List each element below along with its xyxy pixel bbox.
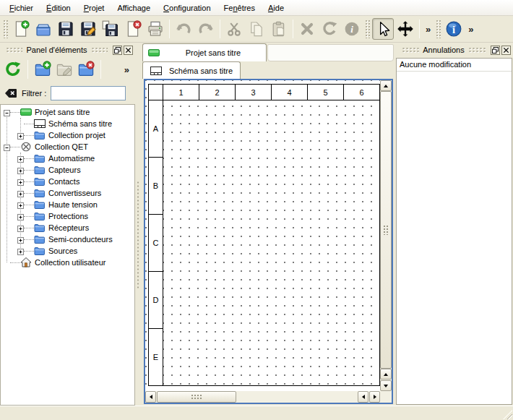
project-icon bbox=[20, 106, 32, 118]
paste-button[interactable] bbox=[268, 18, 290, 40]
vertical-scroll-thumb[interactable] bbox=[380, 91, 392, 369]
resize-grip[interactable] bbox=[503, 410, 512, 419]
copy-button[interactable] bbox=[246, 18, 267, 40]
save-all-button[interactable] bbox=[100, 18, 121, 40]
expand-plus-icon[interactable] bbox=[17, 213, 24, 220]
dock-drag-handle[interactable] bbox=[6, 47, 22, 53]
tree-item-sources[interactable]: Sources bbox=[1, 245, 134, 257]
new-document-button[interactable] bbox=[10, 18, 32, 40]
scroll-down-button[interactable] bbox=[380, 380, 392, 391]
tree-item-semi-conducteurs[interactable]: Semi-conducteurs bbox=[1, 233, 134, 245]
rotate-icon bbox=[321, 20, 338, 38]
undo-dock-titlebar[interactable]: Annulations bbox=[396, 43, 513, 56]
delete-button[interactable] bbox=[296, 18, 318, 40]
dock-drag-handle[interactable] bbox=[402, 47, 419, 53]
expand-plus-icon[interactable] bbox=[17, 167, 24, 173]
toolbar-handle[interactable] bbox=[3, 20, 8, 38]
workspace: Panel d'éléments » Filtrer : Projet sans… bbox=[0, 43, 513, 406]
tree-item-label: Récepteurs bbox=[48, 223, 89, 232]
expand-plus-icon[interactable] bbox=[17, 155, 24, 162]
menu-projet[interactable]: Projet bbox=[77, 0, 111, 15]
expand-plus-icon[interactable] bbox=[17, 179, 24, 185]
rotate-button[interactable] bbox=[319, 18, 340, 40]
scroll-up-button-2[interactable] bbox=[380, 369, 392, 380]
tab-schema-sans-titre[interactable]: Schéma sans titre bbox=[142, 61, 241, 79]
dock-drag-handle[interactable] bbox=[468, 47, 486, 53]
drawing-area[interactable] bbox=[163, 100, 380, 386]
tree-item-contacts[interactable]: Contacts bbox=[1, 176, 134, 187]
thumb-grip-icon bbox=[191, 394, 202, 400]
tree-item-label: Semi-conducteurs bbox=[48, 235, 113, 244]
save-as-button[interactable] bbox=[77, 18, 99, 40]
tree-item-collection-qet[interactable]: Collection QET bbox=[1, 141, 134, 153]
print-button[interactable] bbox=[145, 18, 166, 40]
toolbar-overflow-button[interactable]: » bbox=[121, 64, 132, 75]
expand-plus-icon[interactable] bbox=[17, 248, 24, 254]
panel-splitter[interactable] bbox=[135, 43, 141, 406]
expand-plus-icon[interactable] bbox=[17, 236, 24, 243]
object-info-button[interactable]: i bbox=[341, 18, 363, 40]
select-arrow-icon bbox=[374, 20, 392, 38]
collapse-minus-icon[interactable] bbox=[4, 144, 10, 150]
clear-filter-button[interactable] bbox=[4, 87, 17, 100]
float-button[interactable] bbox=[491, 46, 500, 55]
scroll-up-button[interactable] bbox=[380, 80, 392, 91]
horizontal-scroll-thumb[interactable] bbox=[157, 391, 236, 403]
about-info-button[interactable]: i bbox=[443, 18, 465, 40]
tree-item-schema-sans-titre[interactable]: Schéma sans titre bbox=[1, 118, 134, 129]
expand-plus-icon[interactable] bbox=[17, 225, 24, 231]
new-category-button[interactable] bbox=[33, 59, 53, 80]
cut-button[interactable] bbox=[223, 18, 245, 40]
menu-edition[interactable]: Édition bbox=[40, 0, 77, 15]
close-file-button[interactable] bbox=[122, 18, 144, 40]
delete-category-button[interactable] bbox=[76, 59, 96, 80]
expand-plus-icon[interactable] bbox=[17, 190, 24, 197]
menu-fenetres[interactable]: Fenêtres bbox=[217, 0, 262, 15]
expand-plus-icon[interactable] bbox=[17, 202, 24, 208]
dock-drag-handle[interactable] bbox=[91, 47, 108, 53]
select-arrow-button[interactable] bbox=[372, 18, 394, 40]
tree-item-protections[interactable]: Protections bbox=[1, 210, 134, 222]
menu-aide[interactable]: Aide bbox=[262, 0, 290, 15]
menu-configuration[interactable]: Configuration bbox=[157, 0, 217, 15]
reload-collections-button[interactable] bbox=[3, 59, 23, 80]
menu-affichage[interactable]: Affichage bbox=[111, 0, 157, 15]
tree-item-collection-utilisateur[interactable]: Collection utilisateur bbox=[1, 257, 134, 268]
collapse-minus-icon[interactable] bbox=[4, 109, 10, 116]
diagram-canvas[interactable]: 123456ABCDE bbox=[145, 80, 380, 391]
open-folder-button[interactable] bbox=[33, 18, 54, 40]
toolbar-handle[interactable] bbox=[436, 20, 441, 38]
folder-icon bbox=[34, 129, 46, 141]
close-button[interactable] bbox=[501, 46, 511, 55]
expand-plus-icon[interactable] bbox=[17, 132, 24, 139]
tree-item-capteurs[interactable]: Capteurs bbox=[1, 164, 134, 176]
menu-fichier[interactable]: Fichier bbox=[3, 0, 40, 15]
elements-panel-dock: Panel d'éléments » Filtrer : Projet sans… bbox=[0, 43, 135, 406]
tab-project-sans-titre[interactable]: Projet sans titre bbox=[142, 43, 267, 61]
scroll-left-button[interactable] bbox=[145, 391, 156, 403]
scroll-right-button[interactable] bbox=[369, 391, 380, 403]
edit-category-button[interactable] bbox=[54, 59, 74, 80]
tree-item-convertisseurs[interactable]: Convertisseurs bbox=[1, 187, 134, 199]
toolbar-handle[interactable] bbox=[365, 20, 370, 38]
redo-button[interactable] bbox=[195, 18, 217, 40]
tree-item-recepteurs[interactable]: Récepteurs bbox=[1, 222, 134, 233]
toolbar-overflow-button[interactable]: » bbox=[465, 24, 476, 35]
scroll-left-button-2[interactable] bbox=[358, 391, 368, 403]
close-button[interactable] bbox=[124, 46, 133, 55]
save-button[interactable] bbox=[55, 18, 77, 40]
tree-item-collection-projet[interactable]: Collection projet bbox=[1, 129, 134, 141]
float-button[interactable] bbox=[113, 46, 122, 55]
toolbar-overflow-button[interactable]: » bbox=[423, 24, 434, 35]
filter-input[interactable] bbox=[51, 86, 126, 100]
tree-item-projet-sans-titre[interactable]: Projet sans titre bbox=[1, 106, 134, 118]
elements-panel-titlebar[interactable]: Panel d'éléments bbox=[0, 43, 135, 56]
undo-item-aucune-modification[interactable]: Aucune modification bbox=[397, 59, 512, 72]
tree-item-haute-tension[interactable]: Haute tension bbox=[1, 199, 134, 210]
tree-item-label: Protections bbox=[48, 212, 88, 220]
undo-button[interactable] bbox=[173, 18, 194, 40]
collections-tree[interactable]: Projet sans titreSchéma sans titreCollec… bbox=[0, 104, 135, 406]
close-file-icon bbox=[124, 20, 142, 38]
tree-item-automatisme[interactable]: Automatisme bbox=[1, 153, 134, 164]
move-cross-button[interactable] bbox=[395, 18, 416, 40]
